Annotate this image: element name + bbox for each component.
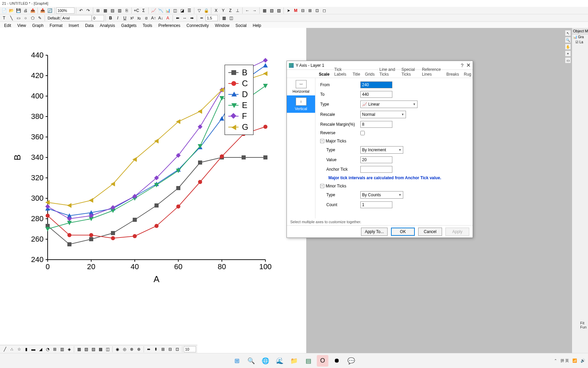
bt-template3-icon[interactable]: ▨ [90,346,97,353]
menu-social[interactable]: Social [233,22,249,29]
italic-icon[interactable]: I [114,15,121,21]
applyto-button[interactable]: Apply To... [361,228,388,236]
tb-freehand-icon[interactable]: ✎ [36,15,43,21]
minor-count-input[interactable] [360,201,392,208]
tb-send-icon[interactable]: ➤ [285,7,292,14]
tray-ime-icon[interactable]: 拼 英 [560,358,569,363]
bt-pie-icon[interactable]: ◔ [44,346,51,353]
tb-t3-icon[interactable]: ⊡ [314,7,321,14]
bt-area-icon[interactable]: ◢ [37,346,44,353]
align-left-icon[interactable]: ⬅ [174,15,181,21]
vt-reader-icon[interactable]: + [565,50,571,57]
minor-type-select[interactable]: By Counts▼ [360,191,403,199]
font-size-input[interactable] [92,15,104,21]
menu-format[interactable]: Format [47,22,65,29]
origin-icon[interactable]: O [317,355,328,367]
tb-y-icon[interactable]: Y [220,7,227,14]
tab-reflines[interactable]: Reference Lines [421,66,443,78]
edge-icon[interactable]: 🌊 [274,355,285,367]
menu-edit[interactable]: Edit [1,22,14,29]
to-input[interactable] [360,91,392,98]
line-width-input[interactable] [206,15,218,21]
tb-lock-icon[interactable]: 🔒 [203,7,210,14]
tb-open-icon[interactable]: 📂 [8,7,15,14]
bt-column-icon[interactable]: ▮ [23,346,30,353]
tab-title[interactable]: Title [351,71,361,78]
bt-bar-icon[interactable]: ▬ [30,346,37,353]
bt-align4-icon[interactable]: ⊟ [167,346,174,353]
super-icon[interactable]: x² [129,15,135,21]
rescale-select[interactable]: Normal▼ [360,111,406,118]
menu-graph[interactable]: Graph [29,22,46,29]
bt-mask2-icon[interactable]: ◎ [121,346,128,353]
tab-breaks[interactable]: Breaks [445,71,460,78]
tray-volume-icon[interactable]: 🔊 [581,358,585,363]
bt-linesym-icon[interactable]: ☆ [16,346,22,353]
bt-box-icon[interactable]: ⊞ [51,346,58,353]
tb-layer-icon[interactable]: ▦ [102,7,109,14]
menu-window[interactable]: Window [212,22,232,29]
type-select[interactable]: 📈 Linear▼ [360,101,418,108]
vt-pan-icon[interactable]: ✋ [565,44,571,50]
tray-wifi-icon[interactable]: 📶 [572,358,577,363]
bt-mask1-icon[interactable]: ◉ [114,346,121,353]
underline-icon[interactable]: U [121,15,128,21]
menu-insert[interactable]: Insert [66,22,82,29]
tb-grid1-icon[interactable]: ▦ [261,7,268,14]
tb-line-icon[interactable]: ╲ [8,15,15,21]
greek-icon[interactable]: α [143,15,150,21]
sub-icon[interactable]: x₂ [136,15,143,21]
shrink-icon[interactable]: A↓ [157,15,164,21]
tb-m-icon[interactable]: M [292,7,299,14]
tb-text-icon[interactable]: T [1,15,7,21]
tab-scale[interactable]: Scale [317,71,331,78]
major-type-select[interactable]: By Increment▼ [360,146,403,154]
bt-align1-icon[interactable]: ⬌ [145,346,152,353]
cancel-button[interactable]: Cancel [418,228,442,236]
tb-undo-icon[interactable]: ↶ [78,7,84,14]
bt-mask3-icon[interactable]: ⊗ [128,346,135,353]
line-style-icon[interactable]: ━ [198,15,205,21]
tb-redo-icon[interactable]: ↷ [85,7,92,14]
fill-icon[interactable]: ▦ [221,15,228,21]
bt-3d-icon[interactable]: ◈ [66,346,72,353]
font-name-input[interactable] [61,15,92,21]
color-icon[interactable]: A [164,15,171,21]
om-layer-node[interactable]: ☑ La [572,40,588,45]
collapse-icon[interactable]: − [320,184,324,188]
tb-merge-icon[interactable]: ▥ [116,7,123,14]
tb-plot1-icon[interactable]: 📈 [150,7,157,14]
legend-box[interactable]: B C D E F G [225,65,254,135]
chrome-icon[interactable]: 🌐 [260,355,271,367]
bt-mask4-icon[interactable]: ⊕ [135,346,142,353]
tab-grids[interactable]: Grids [363,71,376,78]
tb-extract-icon[interactable]: ▤ [109,7,116,14]
axis-vertical[interactable]: ⁞ Vertical [287,95,315,113]
major-ticks-section[interactable]: − Major Ticks [320,139,468,143]
apply-button[interactable]: Apply [445,228,469,236]
tb-addcol-icon[interactable]: +C [133,7,140,14]
menu-analysis[interactable]: Analysis [97,22,118,29]
tb-import-icon[interactable]: 📥 [39,7,46,14]
tb-save-icon[interactable]: 💾 [15,7,22,14]
bt-align2-icon[interactable]: ⬍ [152,346,159,353]
tb-mask-icon[interactable]: ▽ [196,7,202,14]
excel-icon[interactable]: ▤ [303,355,314,367]
tb-stats-icon[interactable]: Σ [140,7,147,14]
collapse-icon[interactable]: − [320,139,324,143]
bt-template5-icon[interactable]: ◫ [104,346,111,353]
tb-grid3-icon[interactable]: ▨ [275,7,282,14]
menu-connectivity[interactable]: Connectivity [184,22,211,29]
om-graph-node[interactable]: 📊 Gra [572,34,588,40]
bt-align3-icon[interactable]: ⊞ [160,346,166,353]
from-input[interactable] [360,81,392,88]
menu-preferences[interactable]: Preferences [156,22,183,29]
tb-err-icon[interactable]: ⊥ [234,7,241,14]
wechat-icon[interactable]: 💬 [345,355,357,367]
bt-line-icon[interactable]: ╱ [1,346,8,353]
menu-data[interactable]: Data [82,22,96,29]
start-icon[interactable]: ⊞ [231,355,243,367]
tb-t4-icon[interactable]: ◻ [321,7,328,14]
menu-tools[interactable]: Tools [140,22,155,29]
tb-duplicate-icon[interactable]: ⎘ [123,7,130,14]
